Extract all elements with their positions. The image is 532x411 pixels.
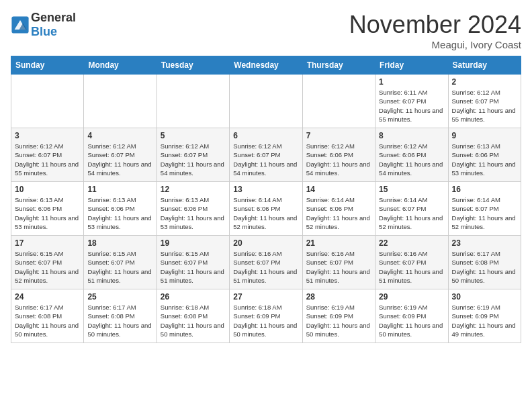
weekday-header-friday: Friday [375, 56, 448, 75]
calendar-cell: 14Sunrise: 6:14 AMSunset: 6:06 PMDayligh… [302, 182, 375, 236]
day-info: Sunrise: 6:15 AMSunset: 6:07 PMDaylight:… [161, 249, 226, 285]
day-number: 10 [15, 185, 80, 194]
day-number: 13 [233, 185, 298, 194]
weekday-header-row: SundayMondayTuesdayWednesdayThursdayFrid… [11, 56, 521, 75]
calendar-cell: 13Sunrise: 6:14 AMSunset: 6:06 PMDayligh… [230, 182, 302, 236]
logo-icon [11, 15, 30, 34]
day-info: Sunrise: 6:12 AMSunset: 6:07 PMDaylight:… [233, 142, 298, 177]
calendar-cell: 3Sunrise: 6:12 AMSunset: 6:07 PMDaylight… [11, 128, 84, 182]
calendar-week-row: 1Sunrise: 6:11 AMSunset: 6:07 PMDaylight… [11, 75, 521, 128]
calendar-cell: 1Sunrise: 6:11 AMSunset: 6:07 PMDaylight… [375, 75, 448, 128]
day-info: Sunrise: 6:13 AMSunset: 6:06 PMDaylight:… [87, 195, 152, 231]
calendar-week-row: 24Sunrise: 6:17 AMSunset: 6:08 PMDayligh… [11, 289, 521, 343]
logo: General Blue [11, 11, 76, 39]
calendar-week-row: 10Sunrise: 6:13 AMSunset: 6:06 PMDayligh… [11, 182, 521, 236]
day-info: Sunrise: 6:12 AMSunset: 6:06 PMDaylight:… [306, 142, 371, 177]
day-info: Sunrise: 6:16 AMSunset: 6:07 PMDaylight:… [233, 249, 298, 285]
day-number: 12 [161, 185, 226, 194]
calendar-cell: 22Sunrise: 6:16 AMSunset: 6:07 PMDayligh… [375, 236, 448, 289]
calendar-cell: 5Sunrise: 6:12 AMSunset: 6:07 PMDaylight… [157, 128, 229, 182]
calendar-cell: 6Sunrise: 6:12 AMSunset: 6:07 PMDaylight… [230, 128, 302, 182]
calendar-cell [157, 75, 229, 128]
day-info: Sunrise: 6:13 AMSunset: 6:06 PMDaylight:… [15, 195, 80, 231]
day-number: 26 [161, 292, 226, 302]
month-title: November 2024 [349, 11, 521, 39]
day-info: Sunrise: 6:15 AMSunset: 6:07 PMDaylight:… [15, 249, 80, 285]
day-number: 23 [452, 238, 517, 248]
calendar-body: 1Sunrise: 6:11 AMSunset: 6:07 PMDaylight… [11, 75, 521, 343]
day-number: 8 [379, 131, 444, 140]
calendar-cell: 18Sunrise: 6:15 AMSunset: 6:07 PMDayligh… [84, 236, 157, 289]
day-info: Sunrise: 6:18 AMSunset: 6:08 PMDaylight:… [161, 303, 226, 338]
weekday-header-thursday: Thursday [302, 56, 375, 75]
calendar-cell [302, 75, 375, 128]
day-info: Sunrise: 6:16 AMSunset: 6:07 PMDaylight:… [379, 249, 444, 285]
calendar-cell: 20Sunrise: 6:16 AMSunset: 6:07 PMDayligh… [230, 236, 302, 289]
day-info: Sunrise: 6:19 AMSunset: 6:09 PMDaylight:… [452, 303, 517, 338]
calendar-cell: 19Sunrise: 6:15 AMSunset: 6:07 PMDayligh… [157, 236, 229, 289]
calendar-cell: 8Sunrise: 6:12 AMSunset: 6:06 PMDaylight… [375, 128, 448, 182]
day-number: 25 [87, 292, 152, 302]
day-number: 21 [306, 238, 371, 248]
day-info: Sunrise: 6:16 AMSunset: 6:07 PMDaylight:… [306, 249, 371, 285]
calendar-cell [84, 75, 157, 128]
day-number: 27 [233, 292, 298, 302]
day-info: Sunrise: 6:17 AMSunset: 6:08 PMDaylight:… [15, 303, 80, 338]
day-info: Sunrise: 6:12 AMSunset: 6:06 PMDaylight:… [379, 142, 444, 177]
day-info: Sunrise: 6:14 AMSunset: 6:07 PMDaylight:… [379, 195, 444, 231]
calendar-cell: 27Sunrise: 6:18 AMSunset: 6:09 PMDayligh… [230, 289, 302, 343]
day-info: Sunrise: 6:14 AMSunset: 6:06 PMDaylight:… [306, 195, 371, 231]
page-header: General Blue November 2024 Meagui, Ivory… [11, 11, 521, 50]
weekday-header-tuesday: Tuesday [157, 56, 229, 75]
day-info: Sunrise: 6:17 AMSunset: 6:08 PMDaylight:… [87, 303, 152, 338]
calendar-header: SundayMondayTuesdayWednesdayThursdayFrid… [11, 56, 521, 75]
calendar-cell: 23Sunrise: 6:17 AMSunset: 6:08 PMDayligh… [448, 236, 521, 289]
weekday-header-wednesday: Wednesday [230, 56, 302, 75]
day-number: 3 [15, 131, 80, 140]
day-info: Sunrise: 6:19 AMSunset: 6:09 PMDaylight:… [379, 303, 444, 338]
day-info: Sunrise: 6:13 AMSunset: 6:06 PMDaylight:… [161, 195, 226, 231]
day-number: 7 [306, 131, 371, 140]
calendar-cell: 7Sunrise: 6:12 AMSunset: 6:06 PMDaylight… [302, 128, 375, 182]
day-number: 15 [379, 185, 444, 194]
day-number: 18 [87, 238, 152, 248]
calendar-cell: 17Sunrise: 6:15 AMSunset: 6:07 PMDayligh… [11, 236, 84, 289]
calendar-cell: 11Sunrise: 6:13 AMSunset: 6:06 PMDayligh… [84, 182, 157, 236]
day-info: Sunrise: 6:13 AMSunset: 6:06 PMDaylight:… [452, 142, 517, 177]
day-info: Sunrise: 6:18 AMSunset: 6:09 PMDaylight:… [233, 303, 298, 338]
day-number: 2 [452, 77, 517, 87]
calendar-cell: 30Sunrise: 6:19 AMSunset: 6:09 PMDayligh… [448, 289, 521, 343]
calendar-week-row: 3Sunrise: 6:12 AMSunset: 6:07 PMDaylight… [11, 128, 521, 182]
calendar-cell: 26Sunrise: 6:18 AMSunset: 6:08 PMDayligh… [157, 289, 229, 343]
day-info: Sunrise: 6:15 AMSunset: 6:07 PMDaylight:… [87, 249, 152, 285]
day-number: 17 [15, 238, 80, 248]
calendar-cell: 29Sunrise: 6:19 AMSunset: 6:09 PMDayligh… [375, 289, 448, 343]
day-number: 19 [161, 238, 226, 248]
calendar-cell [230, 75, 302, 128]
weekday-header-monday: Monday [84, 56, 157, 75]
day-info: Sunrise: 6:12 AMSunset: 6:07 PMDaylight:… [87, 142, 152, 177]
day-number: 9 [452, 131, 517, 140]
day-info: Sunrise: 6:12 AMSunset: 6:07 PMDaylight:… [452, 88, 517, 124]
day-number: 14 [306, 185, 371, 194]
logo-blue-text: Blue [31, 25, 57, 38]
weekday-header-saturday: Saturday [448, 56, 521, 75]
calendar-cell: 24Sunrise: 6:17 AMSunset: 6:08 PMDayligh… [11, 289, 84, 343]
location-title: Meagui, Ivory Coast [349, 39, 521, 50]
day-number: 20 [233, 238, 298, 248]
calendar-cell: 10Sunrise: 6:13 AMSunset: 6:06 PMDayligh… [11, 182, 84, 236]
calendar-week-row: 17Sunrise: 6:15 AMSunset: 6:07 PMDayligh… [11, 236, 521, 289]
weekday-header-sunday: Sunday [11, 56, 84, 75]
calendar-cell: 9Sunrise: 6:13 AMSunset: 6:06 PMDaylight… [448, 128, 521, 182]
calendar-cell: 15Sunrise: 6:14 AMSunset: 6:07 PMDayligh… [375, 182, 448, 236]
day-number: 16 [452, 185, 517, 194]
day-number: 6 [233, 131, 298, 140]
day-info: Sunrise: 6:14 AMSunset: 6:07 PMDaylight:… [452, 195, 517, 231]
day-number: 11 [87, 185, 152, 194]
calendar-cell: 28Sunrise: 6:19 AMSunset: 6:09 PMDayligh… [302, 289, 375, 343]
day-info: Sunrise: 6:12 AMSunset: 6:07 PMDaylight:… [161, 142, 226, 177]
day-number: 24 [15, 292, 80, 302]
title-block: November 2024 Meagui, Ivory Coast [349, 11, 521, 50]
calendar-table: SundayMondayTuesdayWednesdayThursdayFrid… [11, 56, 521, 343]
calendar-cell: 2Sunrise: 6:12 AMSunset: 6:07 PMDaylight… [448, 75, 521, 128]
